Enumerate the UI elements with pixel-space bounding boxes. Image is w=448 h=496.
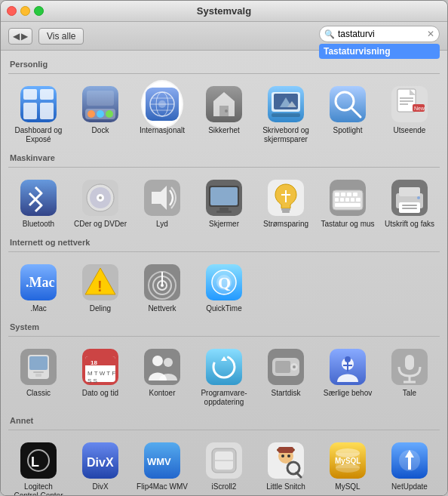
item-dashboard[interactable]: Dashboard og Exposé bbox=[8, 80, 69, 149]
icon-nettverk bbox=[143, 263, 182, 302]
divider-internett bbox=[8, 251, 440, 252]
label-cderdvder: CDer og DVDer bbox=[74, 220, 127, 229]
label-stromsparing: Strømsparing bbox=[263, 220, 308, 229]
icon-sarlige bbox=[328, 347, 367, 387]
traffic-lights bbox=[7, 6, 44, 16]
svg-text:Q: Q bbox=[218, 273, 231, 292]
icon-quicktime: Q bbox=[204, 263, 244, 302]
item-iscroll2[interactable]: iScroll2 bbox=[194, 436, 254, 495]
item-kontoer[interactable]: Kontoer bbox=[132, 343, 192, 411]
svg-point-140 bbox=[281, 454, 284, 457]
icon-dashboard bbox=[19, 85, 58, 124]
vis-alle-button[interactable]: Vis alle bbox=[38, 28, 84, 45]
label-dock: Dock bbox=[92, 126, 109, 135]
label-mac: .Mac bbox=[30, 304, 47, 313]
item-sikkerhet[interactable]: Sikkerhet bbox=[194, 80, 254, 149]
grid-internett: .Mac .Mac ! Deling bbox=[8, 258, 440, 318]
svg-rect-97 bbox=[35, 374, 41, 377]
section-label-system: System bbox=[8, 322, 440, 331]
search-input[interactable] bbox=[338, 29, 424, 39]
item-datoogtid[interactable]: 18 M T W T F S S Dato og tid bbox=[70, 343, 130, 411]
item-skjermer[interactable]: Skjermer bbox=[194, 174, 254, 233]
item-stromsparing[interactable]: Strømsparing bbox=[256, 174, 316, 233]
svg-rect-3 bbox=[23, 103, 37, 119]
grid-maskinvare: Bluetooth CDer og DVDer bbox=[8, 174, 440, 233]
item-deling[interactable]: ! Deling bbox=[70, 258, 130, 318]
icon-utskrift bbox=[390, 178, 429, 217]
item-bluetooth[interactable]: Bluetooth bbox=[8, 174, 69, 233]
icon-divx: DivX bbox=[81, 441, 120, 480]
search-icon: 🔍 bbox=[324, 29, 335, 39]
label-divx: DivX bbox=[92, 482, 108, 491]
svg-rect-1 bbox=[23, 89, 37, 100]
svg-text:New: New bbox=[414, 106, 425, 111]
svg-rect-64 bbox=[353, 193, 357, 196]
svg-point-21 bbox=[225, 109, 228, 112]
svg-rect-70 bbox=[335, 203, 361, 207]
item-sarlige[interactable]: Særlige behov bbox=[318, 343, 378, 411]
item-logitech[interactable]: L Logitech Control Center bbox=[8, 436, 69, 495]
svg-point-118 bbox=[345, 356, 351, 362]
label-dashboard: Dashboard og Exposé bbox=[11, 126, 66, 144]
search-clear-icon[interactable]: ✕ bbox=[427, 29, 434, 39]
svg-rect-61 bbox=[335, 193, 339, 196]
svg-rect-67 bbox=[345, 198, 349, 202]
item-littlesnitch[interactable]: Little Snitch bbox=[256, 436, 316, 495]
svg-rect-139 bbox=[278, 447, 293, 453]
item-classic[interactable]: Classic bbox=[8, 343, 69, 411]
item-mac[interactable]: .Mac .Mac bbox=[8, 258, 69, 318]
item-startdisk[interactable]: Startdisk bbox=[256, 343, 316, 411]
icon-cderdvder bbox=[81, 178, 120, 217]
search-container: 🔍 ✕ Tastaturvisning bbox=[319, 26, 440, 42]
maximize-button[interactable] bbox=[34, 6, 44, 16]
icon-kontoer bbox=[143, 347, 182, 387]
icon-classic bbox=[19, 347, 58, 387]
main-window: Systemvalg ◀ ▶ Vis alle 🔍 ✕ Tastaturvisn… bbox=[0, 0, 448, 496]
svg-rect-55 bbox=[281, 208, 290, 211]
search-dropdown[interactable]: Tastaturvisning bbox=[319, 44, 440, 59]
item-skrivebord[interactable]: Skrivebord og skjermsparer bbox=[256, 80, 316, 149]
minimize-button[interactable] bbox=[20, 6, 30, 16]
svg-text:.Mac: .Mac bbox=[26, 275, 54, 290]
label-internasjonalt: Internasjonalt bbox=[140, 126, 185, 135]
label-utseende: Utseende bbox=[394, 126, 426, 135]
nav-back-forward[interactable]: ◀ ▶ bbox=[8, 28, 32, 45]
label-tastatur: Tastatur og mus bbox=[321, 220, 374, 229]
titlebar: Systemvalg bbox=[1, 1, 447, 22]
item-divx[interactable]: DivX DivX bbox=[70, 436, 130, 495]
svg-rect-76 bbox=[402, 208, 417, 209]
label-datoogtid: Dato og tid bbox=[82, 389, 118, 398]
icon-dock bbox=[81, 85, 120, 124]
search-box[interactable]: 🔍 ✕ bbox=[319, 26, 440, 42]
item-mysql[interactable]: MySQL MySQL bbox=[318, 436, 378, 495]
item-lyd[interactable]: Lyd bbox=[132, 174, 192, 233]
svg-rect-27 bbox=[272, 113, 300, 117]
label-tale: Tale bbox=[403, 389, 416, 398]
item-programvare[interactable]: Programvare-oppdatering bbox=[194, 343, 254, 411]
label-quicktime: QuickTime bbox=[206, 304, 241, 313]
icon-skjermer bbox=[204, 178, 244, 217]
icon-mysql: MySQL bbox=[328, 441, 367, 480]
svg-rect-68 bbox=[351, 198, 354, 202]
item-tale[interactable]: Tale bbox=[379, 343, 440, 411]
label-flip4mac: Flip4Mac WMV bbox=[137, 482, 188, 491]
item-netupdate[interactable]: NetUpdate bbox=[379, 436, 440, 495]
svg-rect-53 bbox=[216, 211, 232, 213]
close-button[interactable] bbox=[7, 6, 17, 16]
item-internasjonalt[interactable]: Internasjonalt bbox=[132, 80, 192, 149]
item-spotlight[interactable]: Spotlight bbox=[318, 80, 378, 149]
item-dock[interactable]: Dock bbox=[70, 80, 130, 149]
forward-arrow-icon: ▶ bbox=[21, 31, 28, 42]
svg-text:DivX: DivX bbox=[87, 456, 114, 469]
item-utskrift[interactable]: Utskrift og faks bbox=[379, 174, 440, 233]
item-utseende[interactable]: New Utseende bbox=[379, 80, 440, 149]
item-quicktime[interactable]: Q QuickTime bbox=[194, 258, 254, 318]
item-flip4mac[interactable]: WMV Flip4Mac WMV bbox=[132, 436, 192, 495]
item-cderdvder[interactable]: CDer og DVDer bbox=[70, 174, 130, 233]
svg-point-7 bbox=[87, 110, 95, 118]
grid-annet: L Logitech Control Center DivX DivX bbox=[8, 436, 440, 495]
item-nettverk[interactable]: Nettverk bbox=[132, 258, 192, 318]
item-tastatur[interactable]: Tastatur og mus bbox=[318, 174, 378, 233]
icon-bluetooth bbox=[19, 178, 58, 217]
label-spotlight: Spotlight bbox=[333, 126, 363, 135]
